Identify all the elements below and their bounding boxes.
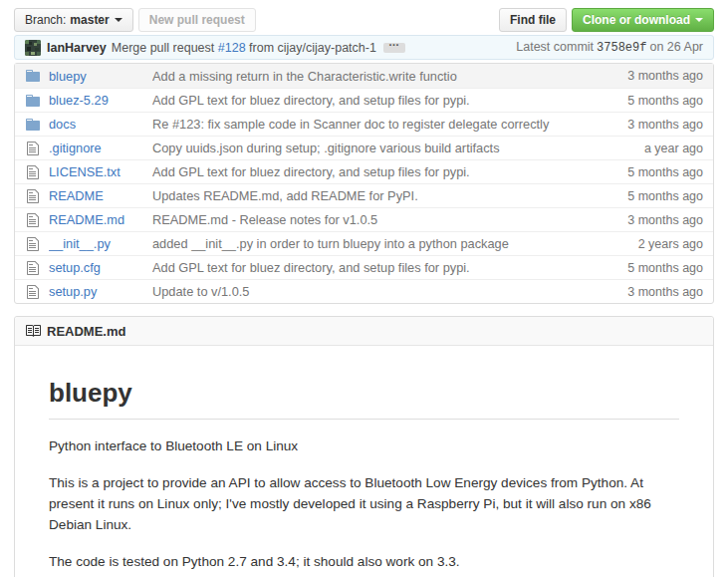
readme-paragraph: Python interface to Bluetooth LE on Linu… [49,435,679,456]
file-row-icon-cell [25,236,41,252]
file-age: 2 years ago [594,237,713,251]
file-row-icon-cell [25,117,41,133]
file-row-icon-cell [25,93,41,109]
file-name-cell: setup.py [49,284,152,299]
file-age: 5 months ago [594,261,713,275]
branch-select-button[interactable]: Branch: master [14,8,133,32]
commit-message-link[interactable]: Re #123: fix sample code in Scanner doc … [152,117,594,132]
book-icon [25,323,41,339]
file-name-link[interactable]: README.md [49,212,124,227]
commit-message-link[interactable]: Update to v/1.0.5 [152,284,594,299]
latest-commit-info: Latest commit3758e9fon 26 Apr [516,40,703,55]
file-age: 3 months ago [594,118,713,132]
file-row-icon-cell [25,68,41,84]
commit-message-suffix: from cijay/cijay-patch-1 [246,41,376,55]
readme-filename: README.md [47,324,125,339]
file-row: bluepy Add a missing return in the Chara… [15,64,713,88]
file-age: 5 months ago [594,189,713,203]
readme-paragraph: This is a project to provide an API to a… [49,472,679,535]
file-name-link[interactable]: README [49,188,104,203]
folder-icon [26,117,40,133]
file-name-link[interactable]: LICENSE.txt [49,164,121,179]
file-table-body: bluepy Add a missing return in the Chara… [15,64,713,303]
folder-icon [26,68,40,84]
file-name-link[interactable]: setup.py [49,284,97,299]
commit-message[interactable]: Merge pull request #128 from cijay/cijay… [112,41,376,55]
commit-message-link[interactable]: Updates README.md, add README for PyPI. [152,188,594,203]
caret-down-icon [695,18,703,26]
file-row-icon-cell [25,141,41,156]
file-row: README Updates README.md, add README for… [15,183,713,207]
file-icon [27,260,39,276]
commit-message-link[interactable]: Add GPL text for bluez directory, and se… [152,260,594,275]
file-icon [27,188,39,204]
readme-title: bluepy [49,378,679,420]
file-row-icon-cell [25,164,41,180]
file-age: 5 months ago [594,94,713,108]
file-name-link[interactable]: docs [49,117,76,132]
file-name-link[interactable]: bluez-5.29 [49,93,109,108]
readme-paragraph: The code is tested on Python 2.7 and 3.4… [49,551,679,572]
toolbar-right: Find file Clone or download [499,8,714,32]
file-icon [27,212,39,228]
file-row-icon-cell [25,188,41,204]
file-age: 5 months ago [594,165,713,179]
repo-files-page: Branch: master New pull request Find fil… [14,8,714,577]
file-age: a year ago [594,142,713,155]
file-row-icon-cell [25,212,41,228]
file-icon [27,141,39,156]
file-icon [27,236,39,252]
file-row: README.md README.md - Release notes for … [15,207,713,231]
toolbar: Branch: master New pull request Find fil… [14,8,714,32]
readme-header: README.md [15,317,713,346]
latest-commit-bar: IanHarvey Merge pull request #128 from c… [14,35,714,60]
readme-body: bluepy Python interface to Bluetooth LE … [15,346,713,577]
commit-message-link[interactable]: Copy uuids.json during setup; .gitignore… [152,141,594,155]
commit-sha-link[interactable]: 3758e9f [597,41,646,55]
file-name-cell: bluez-5.29 [49,93,152,108]
file-name-cell: README.md [49,212,152,227]
clone-or-download-label: Clone or download [583,13,690,27]
file-name-cell: LICENSE.txt [49,164,152,179]
new-pull-request-button[interactable]: New pull request [138,8,256,32]
commit-expander-button[interactable] [383,43,405,53]
find-file-button[interactable]: Find file [499,8,567,32]
file-row: .gitignore Copy uuids.json during setup;… [15,136,713,159]
file-age: 3 months ago [594,69,713,83]
branch-name: master [70,13,109,27]
file-row: bluez-5.29 Add GPL text for bluez direct… [15,88,713,112]
file-name-cell: README [49,188,152,203]
file-age: 3 months ago [594,285,713,299]
commit-author-link[interactable]: IanHarvey [47,41,107,55]
file-name-cell: .gitignore [49,141,152,155]
clone-or-download-button[interactable]: Clone or download [572,8,714,32]
commit-message-link[interactable]: Add a missing return in the Characterist… [152,69,594,84]
file-name-link[interactable]: bluepy [49,69,87,84]
commit-message-link[interactable]: Add GPL text for bluez directory, and se… [152,93,594,108]
file-row-icon-cell [25,284,41,300]
commit-message-link[interactable]: README.md - Release notes for v1.0.5 [152,212,594,227]
pull-request-link[interactable]: #128 [218,41,246,55]
latest-commit-label: Latest commit [516,40,594,54]
author-avatar[interactable] [25,40,41,56]
caret-down-icon [115,18,122,26]
branch-label: Branch: [25,13,66,27]
file-row: setup.cfg Add GPL text for bluez directo… [15,255,713,279]
avatar-image [25,40,41,56]
file-row: setup.py Update to v/1.0.5 3 months ago [15,279,713,303]
file-name-cell: docs [49,117,152,132]
commit-message-link[interactable]: Add GPL text for bluez directory, and se… [152,164,594,179]
file-name-link[interactable]: __init__.py [49,236,111,251]
file-row: docs Re #123: fix sample code in Scanner… [15,112,713,136]
file-icon [27,284,39,300]
file-age: 3 months ago [594,213,713,227]
folder-icon [26,93,40,109]
commit-message-link[interactable]: added __init__.py in order to turn bluep… [152,236,594,251]
toolbar-left: Branch: master New pull request [14,8,256,32]
file-name-link[interactable]: .gitignore [49,141,102,155]
file-table: bluepy Add a missing return in the Chara… [14,63,714,304]
file-icon [27,164,39,180]
file-row: __init__.py added __init__.py in order t… [15,231,713,255]
file-name-link[interactable]: setup.cfg [49,260,101,275]
file-name-cell: bluepy [49,69,152,84]
